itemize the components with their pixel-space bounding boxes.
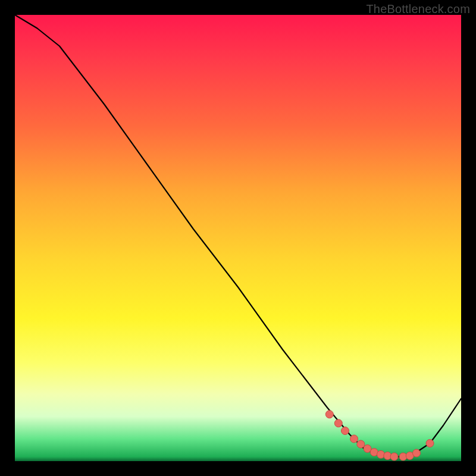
data-point-marker — [350, 435, 358, 443]
data-point-marker — [377, 450, 385, 458]
chart-frame: TheBottleneck.com — [0, 0, 476, 476]
data-point-marker — [390, 453, 398, 461]
watermark-text: TheBottleneck.com — [366, 2, 470, 16]
data-point-marker — [426, 440, 434, 447]
curve-line — [15, 15, 461, 457]
data-point-marker — [413, 449, 421, 457]
data-point-marker — [357, 440, 365, 448]
data-point-marker — [342, 427, 349, 435]
data-point-marker — [334, 419, 342, 427]
data-markers — [325, 411, 434, 461]
chart-svg — [15, 15, 461, 461]
plot-area — [15, 15, 461, 461]
data-point-marker — [325, 411, 333, 418]
